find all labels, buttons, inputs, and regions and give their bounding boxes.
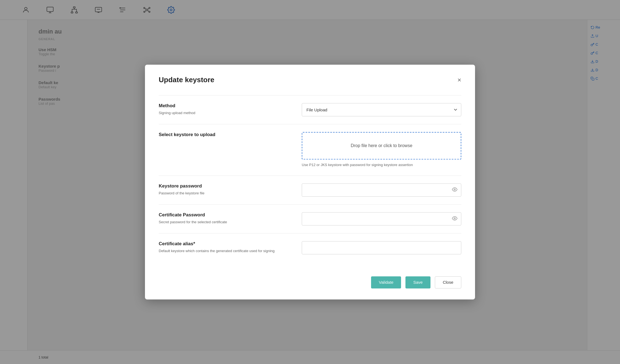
cert-password-wrapper: [302, 212, 461, 225]
cert-alias-label-col: Certificate alias* Default keystore whic…: [159, 241, 302, 254]
dropzone-text: Drop file here or click to browse: [351, 143, 412, 148]
cert-alias-desc: Default keystore which contains the gene…: [159, 248, 302, 254]
cert-alias-input[interactable]: [302, 241, 461, 254]
keystore-password-desc: Password of the keystore file: [159, 191, 302, 196]
keystore-desc: Use P12 or JKS keystore with password fo…: [302, 162, 461, 168]
keystore-password-label: Keystore password: [159, 183, 302, 189]
keystore-password-input[interactable]: [302, 183, 461, 197]
validate-button[interactable]: Validate: [371, 276, 401, 288]
modal-header: Update keystore ×: [159, 76, 461, 84]
cert-alias-row: Certificate alias* Default keystore whic…: [159, 233, 461, 262]
method-control-col: File Upload Manual Entry: [302, 103, 461, 116]
cert-password-control: [302, 212, 461, 225]
method-label: Method: [159, 103, 302, 109]
svg-point-17: [454, 189, 456, 190]
cert-password-desc: Secret password for the selected certifi…: [159, 219, 302, 225]
keystore-password-control: [302, 183, 461, 197]
cert-password-label: Certificate Password: [159, 212, 302, 218]
method-row: Method Signing upload method File Upload…: [159, 95, 461, 124]
cert-alias-label: Certificate alias*: [159, 241, 302, 247]
cert-password-row: Certificate Password Secret password for…: [159, 204, 461, 233]
close-button[interactable]: Close: [435, 276, 461, 288]
keystore-password-wrapper: [302, 183, 461, 197]
cert-alias-control: [302, 241, 461, 254]
svg-point-18: [454, 217, 456, 219]
keystore-password-label-col: Keystore password Password of the keysto…: [159, 183, 302, 196]
modal-footer: Validate Save Close: [159, 271, 461, 288]
cert-password-label-col: Certificate Password Secret password for…: [159, 212, 302, 225]
keystore-label: Select keystore to upload: [159, 132, 302, 137]
file-upload-dropzone[interactable]: Drop file here or click to browse: [302, 132, 461, 159]
method-label-col: Method Signing upload method: [159, 103, 302, 116]
keystore-label-col: Select keystore to upload: [159, 132, 302, 139]
modal-title: Update keystore: [159, 76, 214, 84]
cert-password-input[interactable]: [302, 212, 461, 225]
cert-password-toggle-icon[interactable]: [452, 216, 457, 222]
keystore-password-toggle-icon[interactable]: [452, 187, 457, 193]
save-button[interactable]: Save: [405, 276, 430, 288]
update-keystore-modal: Update keystore × Method Signing upload …: [145, 65, 475, 299]
keystore-password-row: Keystore password Password of the keysto…: [159, 175, 461, 204]
method-select[interactable]: File Upload Manual Entry: [302, 103, 461, 116]
keystore-control-col: Drop file here or click to browse Use P1…: [302, 132, 461, 168]
modal-close-button[interactable]: ×: [457, 77, 461, 83]
method-desc: Signing upload method: [159, 110, 302, 116]
keystore-upload-row: Select keystore to upload Drop file here…: [159, 124, 461, 175]
